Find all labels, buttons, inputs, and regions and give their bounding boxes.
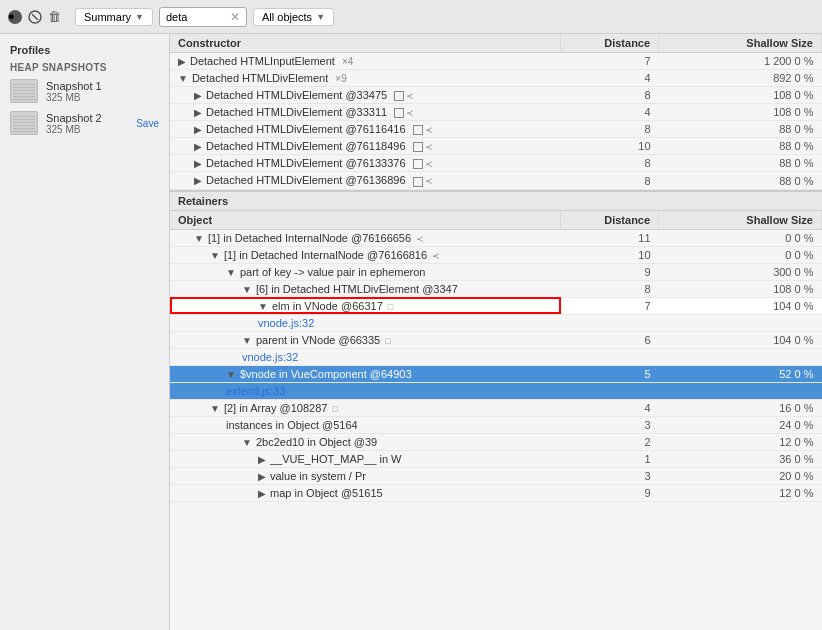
retainer-cell-dist-11: 3 (561, 416, 659, 433)
ret-expand-3[interactable]: ▼ (242, 284, 252, 295)
upper-cell-name-4: ▶Detached HTMLDivElement @76116416 ≺ (170, 121, 561, 138)
retainer-link-9[interactable]: extend.js:33 (226, 385, 285, 397)
upper-cell-dist-2: 8 (561, 87, 659, 104)
snapshot-item-1[interactable]: Snapshot 1 325 MB (0, 75, 169, 107)
upper-row-5[interactable]: ▶Detached HTMLDivElement @76118496 ≺1088… (170, 138, 822, 155)
filter-button[interactable]: All objects ▼ (253, 8, 334, 26)
retainer-row-15[interactable]: ▶map in Object @51615912 0 % (170, 484, 822, 501)
retainers-label: Retainers (170, 191, 822, 211)
retainer-row-0[interactable]: ▼[1] in Detached InternalNode @76166656 … (170, 229, 822, 246)
expand-arrow-1[interactable]: ▼ (178, 73, 188, 84)
retainer-cell-shallow-5 (659, 314, 822, 331)
retainer-cell-name-9: extend.js:33 (170, 382, 561, 399)
expand-arrow-7[interactable]: ▶ (194, 175, 202, 186)
snapshot-name-2: Snapshot 2 (46, 112, 124, 124)
retainer-row-2[interactable]: ▼part of key -> value pair in ephemeron9… (170, 263, 822, 280)
stop-icon[interactable] (28, 10, 42, 24)
retainer-cell-dist-1: 10 (561, 246, 659, 263)
retainer-col-shallow: Shallow Size (659, 211, 822, 230)
svg-line-1 (32, 14, 38, 20)
ret-expand-6[interactable]: ▼ (242, 335, 252, 346)
retainer-row-7[interactable]: vnode.js:32 (170, 348, 822, 365)
ret-expand-12[interactable]: ▼ (242, 437, 252, 448)
retainer-cell-shallow-10: 16 0 % (659, 399, 822, 416)
content-area: Constructor Distance Shallow Size ▶Detac… (170, 34, 822, 630)
ret-expand-0[interactable]: ▼ (194, 233, 204, 244)
summary-button[interactable]: Summary ▼ (75, 8, 153, 26)
retainer-row-4[interactable]: ▼elm in VNode @66317 □7104 0 % (170, 297, 822, 314)
retainer-cell-shallow-13: 36 0 % (659, 450, 822, 467)
upper-cell-dist-1: 4 (561, 70, 659, 87)
ret-expand-10[interactable]: ▼ (210, 403, 220, 414)
retainer-cell-name-5: vnode.js:32 (170, 314, 561, 331)
expand-arrow-3[interactable]: ▶ (194, 107, 202, 118)
upper-panel: Constructor Distance Shallow Size ▶Detac… (170, 34, 822, 191)
ret-expand-15[interactable]: ▶ (258, 488, 266, 499)
ret-expand-13[interactable]: ▶ (258, 454, 266, 465)
search-input[interactable] (166, 11, 226, 23)
retainer-row-12[interactable]: ▼2bc2ed10 in Object @39212 0 % (170, 433, 822, 450)
lower-panel: Object Distance Shallow Size ▼[1] in Det… (170, 211, 822, 630)
ret-expand-2[interactable]: ▼ (226, 267, 236, 278)
upper-cell-name-0: ▶Detached HTMLInputElement ×4 (170, 53, 561, 70)
upper-cell-shallow-1: 892 0 % (659, 70, 822, 87)
ret-expand-1[interactable]: ▼ (210, 250, 220, 261)
upper-cell-dist-0: 7 (561, 53, 659, 70)
retainer-row-3[interactable]: ▼[6] in Detached HTMLDivElement @3347810… (170, 280, 822, 297)
retainer-cell-dist-5 (561, 314, 659, 331)
upper-row-0[interactable]: ▶Detached HTMLInputElement ×471 200 0 % (170, 53, 822, 70)
clear-search-button[interactable]: ✕ (230, 10, 240, 24)
save-link[interactable]: Save (136, 118, 159, 129)
upper-cell-name-7: ▶Detached HTMLDivElement @76136896 ≺ (170, 172, 561, 189)
retainer-row-6[interactable]: ▼parent in VNode @66335 □6104 0 % (170, 331, 822, 348)
upper-row-4[interactable]: ▶Detached HTMLDivElement @76116416 ≺888 … (170, 121, 822, 138)
upper-row-7[interactable]: ▶Detached HTMLDivElement @76136896 ≺888 … (170, 172, 822, 189)
upper-row-2[interactable]: ▶Detached HTMLDivElement @33475 ≺8108 0 … (170, 87, 822, 104)
retainer-cell-name-0: ▼[1] in Detached InternalNode @76166656 … (170, 229, 561, 246)
retainer-cell-name-11: instances in Object @5164 (170, 416, 561, 433)
upper-row-3[interactable]: ▶Detached HTMLDivElement @33311 ≺4108 0 … (170, 104, 822, 121)
expand-arrow-0[interactable]: ▶ (178, 56, 186, 67)
retainer-row-13[interactable]: ▶__VUE_HOT_MAP__ in W136 0 % (170, 450, 822, 467)
upper-cell-shallow-5: 88 0 % (659, 138, 822, 155)
upper-row-1[interactable]: ▼Detached HTMLDivElement ×94892 0 % (170, 70, 822, 87)
retainer-cell-dist-4: 7 (561, 297, 659, 314)
expand-arrow-4[interactable]: ▶ (194, 124, 202, 135)
constructor-table: Constructor Distance Shallow Size ▶Detac… (170, 34, 822, 190)
snapshot-item-2[interactable]: Snapshot 2 325 MB Save (0, 107, 169, 139)
expand-arrow-5[interactable]: ▶ (194, 141, 202, 152)
trash-icon[interactable]: 🗑 (48, 9, 61, 24)
retainer-cell-name-13: ▶__VUE_HOT_MAP__ in W (170, 450, 561, 467)
expand-arrow-6[interactable]: ▶ (194, 158, 202, 169)
retainer-cell-dist-3: 8 (561, 280, 659, 297)
snapshot-size-2: 325 MB (46, 124, 124, 135)
upper-cell-dist-6: 8 (561, 155, 659, 172)
col-header-shallow: Shallow Size (659, 34, 822, 53)
retainer-row-10[interactable]: ▼[2] in Array @108287 □416 0 % (170, 399, 822, 416)
upper-cell-dist-7: 8 (561, 172, 659, 189)
retainer-cell-dist-10: 4 (561, 399, 659, 416)
upper-cell-shallow-6: 88 0 % (659, 155, 822, 172)
upper-row-6[interactable]: ▶Detached HTMLDivElement @76133376 ≺888 … (170, 155, 822, 172)
col-header-constructor: Constructor (170, 34, 561, 53)
ret-expand-4[interactable]: ▼ (258, 301, 268, 312)
retainer-link-5[interactable]: vnode.js:32 (258, 317, 314, 329)
retainer-cell-dist-0: 11 (561, 229, 659, 246)
ret-expand-14[interactable]: ▶ (258, 471, 266, 482)
retainer-row-5[interactable]: vnode.js:32 (170, 314, 822, 331)
ret-expand-8[interactable]: ▼ (226, 369, 236, 380)
retainer-row-1[interactable]: ▼[1] in Detached InternalNode @76166816 … (170, 246, 822, 263)
retainer-cell-name-12: ▼2bc2ed10 in Object @39 (170, 433, 561, 450)
retainer-cell-shallow-9 (659, 382, 822, 399)
col-header-distance: Distance (561, 34, 659, 53)
retainer-cell-shallow-2: 300 0 % (659, 263, 822, 280)
expand-arrow-2[interactable]: ▶ (194, 90, 202, 101)
retainer-row-11[interactable]: instances in Object @5164324 0 % (170, 416, 822, 433)
retainers-table: Object Distance Shallow Size ▼[1] in Det… (170, 211, 822, 502)
record-icon[interactable]: ● (8, 10, 22, 24)
retainer-link-7[interactable]: vnode.js:32 (242, 351, 298, 363)
retainer-row-9[interactable]: extend.js:33 (170, 382, 822, 399)
retainer-row-8[interactable]: ▼$vnode in VueComponent @64903552 0 % (170, 365, 822, 382)
retainer-row-14[interactable]: ▶value in system / Pr320 0 % (170, 467, 822, 484)
upper-cell-name-6: ▶Detached HTMLDivElement @76133376 ≺ (170, 155, 561, 172)
